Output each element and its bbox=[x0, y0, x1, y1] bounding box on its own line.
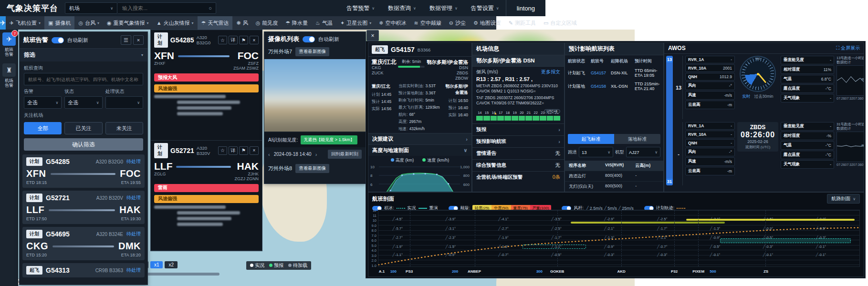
airport-info-row[interactable]: 预报› bbox=[472, 123, 564, 135]
next-icon[interactable]: › bbox=[315, 152, 317, 157]
toolbar-item-radar[interactable]: ☂天气雷达 bbox=[198, 16, 233, 30]
menu-icon[interactable]: ☰ bbox=[121, 35, 131, 45]
toolbar-item-satellite[interactable]: ✦卫星云图▾ bbox=[336, 16, 375, 30]
runway-13-chip[interactable]: 13 bbox=[666, 57, 673, 62]
toolbar-item-rain[interactable]: ☂降水量 bbox=[282, 16, 312, 30]
toolbar-item-visibility[interactable]: ◎能见度 bbox=[252, 16, 282, 30]
search-icon[interactable]: ○ bbox=[209, 5, 212, 11]
toolbar-item-sand[interactable]: ⊖沙尘 bbox=[445, 16, 470, 30]
speed-x1[interactable]: x1 bbox=[150, 261, 163, 268]
auto-refresh-toggle[interactable] bbox=[303, 36, 315, 42]
more-reports-link[interactable]: 更多报文 bbox=[541, 69, 560, 75]
toolbar-item-temperature[interactable]: ♨气温 bbox=[312, 16, 336, 30]
filter-section-header[interactable]: 筛选 ▾ bbox=[20, 48, 147, 61]
toolbar-item-typhoon[interactable]: ◎台风▾ bbox=[74, 16, 103, 30]
detail-button[interactable]: 详 bbox=[229, 36, 238, 44]
airport-info-row[interactable]: 雪情通告无 bbox=[472, 147, 564, 159]
impact-flight-row[interactable]: 计划起飞G54157DSN-XILTTD 65min-ETA 19:05 bbox=[568, 66, 660, 80]
airport-info-row[interactable]: 全营机场/终端区预警0条 bbox=[472, 171, 564, 183]
view-latest-button[interactable]: 查看最新图像 bbox=[295, 47, 329, 56]
flight-alert-card[interactable]: 起飞G54313CR9B B3363待处理 bbox=[22, 263, 145, 277]
handle-filter-select[interactable]: ∨ bbox=[105, 96, 143, 109]
search-category-select[interactable]: 机场 ∨ bbox=[65, 2, 117, 14]
warning-banner-orange[interactable]: 风速偏强 bbox=[154, 195, 259, 203]
alert-filter-select[interactable]: 全选∨ bbox=[24, 96, 62, 109]
toolbar-item-plane[interactable]: ✈飞机位置▾ bbox=[6, 16, 44, 30]
user-menu[interactable]: lintong bbox=[506, 0, 545, 16]
search-input[interactable] bbox=[121, 5, 209, 11]
route-profile-select[interactable]: 航路剖面∨ bbox=[827, 194, 860, 204]
back-to-latest-button[interactable]: 回到最新时刻 bbox=[328, 150, 362, 159]
decision-advice-row[interactable]: 决策建议› bbox=[368, 133, 471, 144]
fullscreen-button[interactable]: ⛶ 全屏展示 bbox=[836, 45, 860, 51]
standard-tab-0[interactable]: 起飞标准 bbox=[568, 134, 614, 144]
nav-menu[interactable]: 告警预警∨ bbox=[346, 4, 375, 12]
close-icon[interactable]: × bbox=[133, 35, 144, 45]
camera-image[interactable] bbox=[264, 59, 366, 132]
waypoint-distance: 100 bbox=[390, 269, 397, 274]
toolbar-item-measure[interactable]: ✎测距工具 bbox=[505, 16, 540, 30]
plane-home-icon[interactable]: ✈ bbox=[0, 16, 6, 30]
toolbar-item-camera[interactable]: ▣摄像机 bbox=[44, 16, 74, 30]
nav-menu[interactable]: 数据管理∨ bbox=[429, 4, 458, 12]
arr-alt-icao: ZBOW bbox=[427, 76, 468, 81]
status-filter-select[interactable]: 全选∨ bbox=[64, 96, 102, 109]
impact-flight-row[interactable]: 计划落地G54158XIL-DSNTTD 215min-ETA 21:40 bbox=[568, 80, 660, 93]
runway-strip[interactable]: 13 31 bbox=[666, 56, 673, 185]
rail-airport-alerts[interactable]: ♜ 机场告警 bbox=[1, 63, 17, 88]
temp-label: ╱-2.9° bbox=[604, 216, 614, 221]
focus-tab-1[interactable]: 已关注 bbox=[64, 122, 102, 134]
toolbar-item-icing[interactable]: ❄空中积冰 bbox=[375, 16, 410, 30]
focus-tab-2[interactable]: 未关注 bbox=[105, 122, 143, 134]
detail-route: LLFZGLGHAKZJHKZGZJ ZGNN bbox=[154, 161, 259, 181]
auto-refresh-toggle[interactable] bbox=[52, 37, 64, 43]
flight-alert-card[interactable]: 计划G54695A320 B324E待处理CKGDMKETD 15:20ETA … bbox=[22, 227, 145, 260]
airport-info-row[interactable]: 综合预警信息无 bbox=[472, 159, 564, 171]
close-icon[interactable]: × bbox=[366, 30, 379, 41]
airport-timeline[interactable]: UTC+8 ▲ 141516171819202122230001 bbox=[476, 111, 560, 121]
close-icon[interactable]: × bbox=[250, 146, 259, 155]
flight-number[interactable]: G54158 bbox=[591, 84, 611, 89]
toolbar-item-map-settings[interactable]: ⚙地图设置 bbox=[470, 16, 505, 30]
detail-button[interactable]: 详 bbox=[229, 146, 238, 155]
speed-x2[interactable]: x2 bbox=[165, 261, 178, 268]
toolbar-item-weather-info[interactable]: ◉重要气象情报▾ bbox=[103, 16, 153, 30]
warning-banner-red[interactable]: 雷雨 bbox=[154, 184, 259, 192]
turb-light-band bbox=[686, 219, 855, 221]
star-icon[interactable]: ☆ bbox=[218, 146, 227, 155]
prev-icon[interactable]: ‹ bbox=[268, 152, 270, 157]
rail-flight-alerts[interactable]: ✈ 7 航班告警 bbox=[1, 32, 17, 57]
flight-query-input[interactable] bbox=[27, 76, 140, 82]
profile-select-row[interactable]: 高度与地速剖面∨ bbox=[368, 144, 471, 156]
runway-select[interactable]: 13∨ bbox=[579, 147, 613, 157]
pin-icon[interactable]: ⚑ bbox=[239, 36, 248, 44]
flight-alert-card[interactable]: 计划G52721A320 B320V待处理LLFHAKETD 17:50ETA … bbox=[22, 191, 145, 224]
flight-alert-card[interactable]: 计划G54285A320 B32G0待处理XFNFOCETD 18:15ETA … bbox=[22, 154, 145, 188]
close-icon[interactable]: × bbox=[250, 36, 259, 44]
warning-banner-orange[interactable]: 风速偏强 bbox=[154, 84, 259, 92]
standard-tab-1[interactable]: 落地标准 bbox=[614, 134, 660, 144]
toolbar-item-volcano[interactable]: ▲火山灰情报▾ bbox=[153, 16, 198, 30]
awos-field: 天气现象- bbox=[781, 94, 834, 102]
profile-plot[interactable]: ╱-4.5°╱-3.9°╱-4.1°╱-3.5°╱-2.9°╱-2.5°╱-2.… bbox=[378, 210, 860, 267]
focus-tab-0[interactable]: 全部 bbox=[24, 122, 62, 134]
aircraft-type-select[interactable]: AJ27∨ bbox=[626, 147, 660, 157]
nav-menu[interactable]: 数据查询∨ bbox=[388, 4, 416, 12]
flight-number[interactable]: G54157 bbox=[591, 71, 611, 75]
toolbar-item-turbulence[interactable]: ≋空中颠簸 bbox=[410, 16, 445, 30]
runway-31-chip[interactable]: 31 bbox=[666, 179, 673, 184]
realtime-link[interactable]: 实时 bbox=[742, 94, 750, 100]
toolbar-item-wind[interactable]: ❋风 bbox=[232, 16, 251, 30]
aircraft-type: A320 B32G0 bbox=[197, 35, 216, 45]
star-icon[interactable]: ☆ bbox=[218, 36, 227, 44]
nav-menu[interactable]: 告警设置∨ bbox=[471, 4, 499, 12]
airport-info-row[interactable]: 预报影响航班› bbox=[472, 135, 564, 147]
warning-banner-red[interactable]: 预报大风 bbox=[154, 73, 259, 82]
toolbar-item-custom-area[interactable]: ▭自定义区域 bbox=[540, 16, 580, 30]
past30-link[interactable]: 过去30min bbox=[754, 94, 773, 100]
view-latest-button[interactable]: 查看最新图像 bbox=[295, 164, 329, 173]
confirm-filter-button[interactable]: 确认筛选 bbox=[24, 138, 143, 151]
panel-title: 预计影响航班列表 bbox=[565, 43, 663, 55]
pin-icon[interactable]: ⚑ bbox=[239, 146, 248, 155]
waypoint-name: P32 bbox=[671, 269, 678, 274]
